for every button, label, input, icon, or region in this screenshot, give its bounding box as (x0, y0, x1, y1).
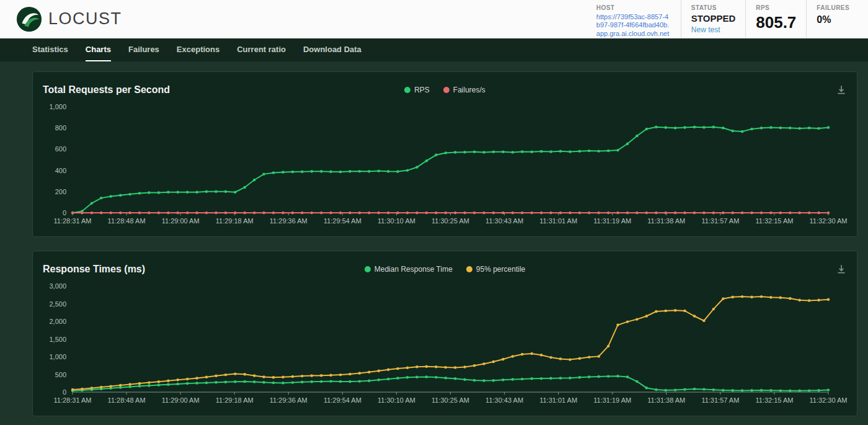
data-point (348, 380, 351, 383)
data-point (473, 364, 476, 367)
data-point (521, 212, 523, 214)
data-point (789, 212, 791, 214)
tab-charts[interactable]: Charts (86, 38, 111, 61)
data-point (119, 212, 122, 214)
data-point (148, 191, 150, 194)
x-tick-label: 11:28:48 AM (108, 217, 146, 225)
data-point (244, 212, 246, 214)
data-point (215, 375, 217, 377)
tab-failures[interactable]: Failures (128, 38, 159, 61)
legend-item-failures-s[interactable]: Failures/s (443, 86, 485, 94)
data-point (674, 127, 676, 129)
download-icon[interactable] (836, 264, 847, 275)
data-point (626, 143, 629, 145)
data-point (607, 212, 609, 214)
data-point (626, 320, 629, 323)
data-point (91, 387, 93, 389)
data-point (732, 130, 734, 132)
host-url-link[interactable]: https://739f53ac-8857-4b97-987f-4f664fba… (596, 13, 671, 38)
legend-item-95-percentile[interactable]: 95% percentile (466, 265, 525, 274)
data-point (378, 212, 380, 214)
failures-block: FAILURES 0% (806, 0, 859, 38)
data-point (311, 380, 313, 383)
x-tick-label: 11:29:18 AM (216, 396, 254, 404)
data-point (512, 151, 514, 153)
data-point (769, 126, 772, 128)
data-point (244, 373, 246, 375)
data-point (445, 212, 447, 214)
median-response-time-line (73, 376, 828, 391)
data-point (148, 381, 150, 383)
legend-label: Median Response Time (374, 265, 453, 274)
data-point (234, 372, 236, 375)
data-point (808, 212, 810, 214)
y-tick-label: 3,000 (49, 282, 66, 290)
data-point (368, 380, 370, 382)
data-point (549, 212, 552, 214)
nav-tabs: StatisticsChartsFailuresExceptionsCurren… (0, 38, 868, 61)
new-test-link[interactable]: New test (691, 25, 720, 34)
data-point (779, 212, 782, 214)
tab-exceptions[interactable]: Exceptions (177, 38, 219, 61)
data-point (262, 172, 265, 175)
data-point (779, 297, 782, 299)
data-point (693, 126, 696, 128)
y-tick-label: 0 (63, 209, 66, 217)
data-point (368, 212, 370, 214)
main-content: Total Requests per Second RPSFailures/s … (0, 61, 868, 416)
data-point (244, 380, 246, 383)
data-point (348, 373, 351, 375)
data-point (253, 374, 255, 377)
data-point (186, 378, 188, 380)
locust-logo[interactable]: LOCUST (16, 6, 122, 32)
download-icon[interactable] (836, 84, 847, 96)
data-point (339, 171, 342, 173)
data-point (760, 212, 763, 214)
data-point (502, 212, 504, 214)
y-tick-label: 500 (55, 371, 66, 378)
data-point (415, 212, 418, 214)
tab-current-ratio[interactable]: Current ratio (237, 38, 286, 61)
data-point (329, 171, 332, 173)
data-point (186, 191, 188, 194)
data-point (808, 389, 810, 391)
x-tick-label: 11:31:57 AM (701, 217, 739, 225)
tab-statistics[interactable]: Statistics (32, 38, 68, 61)
y-tick-label: 2,500 (49, 300, 66, 308)
data-point (817, 299, 820, 302)
data-point (71, 212, 74, 214)
data-point (741, 295, 743, 298)
data-point (281, 382, 284, 384)
data-point (712, 308, 715, 310)
data-point (789, 297, 791, 300)
response-times-chart[interactable]: 05001,0001,5002,0002,5003,00011:28:31 AM… (43, 280, 847, 408)
data-point (378, 378, 380, 381)
data-point (358, 212, 361, 214)
data-point (588, 212, 590, 214)
data-point (569, 358, 571, 360)
x-tick-label: 11:30:10 AM (378, 217, 415, 225)
legend-item-median-response-time[interactable]: Median Response Time (365, 265, 453, 274)
data-point (224, 190, 227, 193)
data-point (415, 166, 418, 168)
x-tick-label: 11:29:36 AM (270, 396, 308, 404)
data-point (320, 212, 322, 214)
data-point (473, 212, 476, 214)
data-point (387, 369, 389, 371)
data-point (732, 212, 734, 214)
data-point (195, 191, 198, 194)
data-point (502, 151, 504, 153)
data-point (320, 170, 322, 172)
legend-item-rps[interactable]: RPS (404, 86, 430, 94)
tab-download-data[interactable]: Download Data (303, 38, 361, 61)
rps-chart[interactable]: 02004006008001,00011:28:31 AM11:28:48 AM… (43, 101, 847, 229)
data-point (71, 388, 74, 391)
data-point (799, 127, 801, 130)
x-tick-label: 11:28:48 AM (108, 396, 146, 404)
data-point (138, 385, 141, 387)
data-point (683, 212, 686, 214)
data-point (712, 126, 715, 128)
data-point (540, 377, 542, 380)
data-point (157, 191, 160, 194)
data-point (311, 374, 313, 377)
